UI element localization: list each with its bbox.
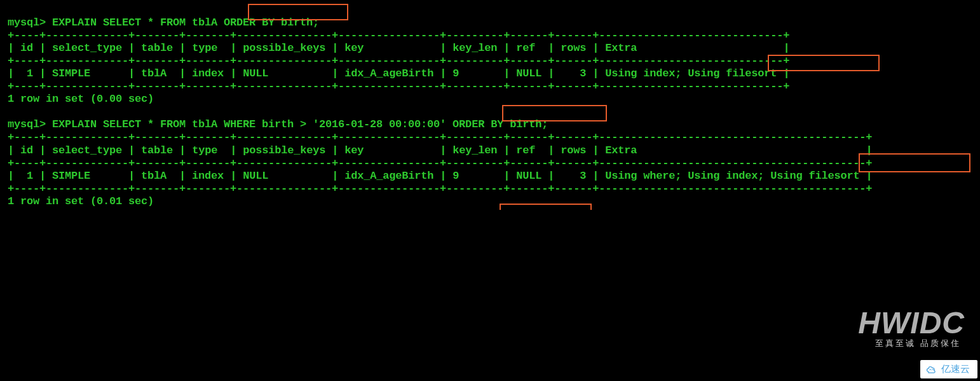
table2-border-mid: +----+-------------+-------+-------+----…	[8, 157, 872, 169]
watermark-logo: HWIDC	[858, 305, 965, 340]
cloud-icon	[925, 365, 938, 374]
table1-border-top: +----+-------------+-------+-------+----…	[8, 29, 789, 41]
table2-border-bot: +----+-------------+-------+-------+----…	[8, 183, 872, 195]
table1-border-mid: +----+-------------+-------+-------+----…	[8, 55, 789, 67]
footer-1: 1 row in set (0.00 sec)	[8, 93, 154, 105]
footer-2: 1 row in set (0.01 sec)	[8, 195, 154, 207]
table2-border-top: +----+-------------+-------+-------+----…	[8, 131, 872, 143]
provider-badge[interactable]: 亿速云	[920, 360, 977, 378]
prompt-1: mysql>	[8, 17, 52, 29]
table2-row: | 1 | SIMPLE | tblA | index | NULL | idx…	[8, 170, 872, 182]
watermark-tagline: 至真至诚 品质保住	[875, 338, 961, 349]
badge-text: 亿速云	[941, 363, 970, 375]
table1-border-bot: +----+-------------+-------+-------+----…	[8, 80, 789, 92]
prompt-2: mysql>	[8, 118, 52, 130]
table2-header: | id | select_type | table | type | poss…	[8, 144, 872, 156]
sql-2: EXPLAIN SELECT * FROM tblA WHERE birth >…	[52, 118, 548, 130]
table1-row: | 1 | SIMPLE | tblA | index | NULL | idx…	[8, 67, 789, 80]
sql-1: EXPLAIN SELECT * FROM tblA ORDER BY birt…	[52, 17, 319, 29]
mysql-terminal: mysql> EXPLAIN SELECT * FROM tblA ORDER …	[0, 0, 980, 214]
table1-header: | id | select_type | table | type | poss…	[8, 42, 789, 54]
